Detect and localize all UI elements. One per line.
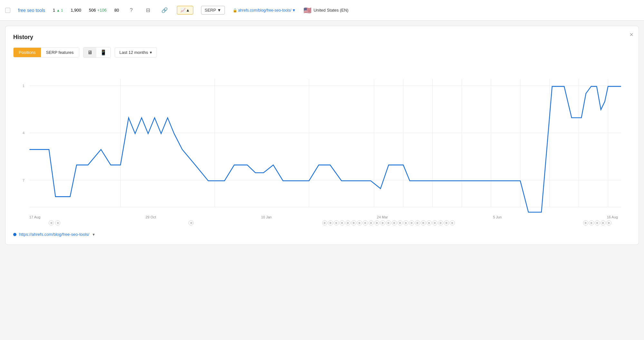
question-icon-btn[interactable]: ? xyxy=(127,6,136,15)
close-button[interactable]: × xyxy=(630,31,633,38)
event-icon-25[interactable]: ⚙ xyxy=(444,220,449,225)
kd-value: 80 xyxy=(114,8,119,13)
event-icon-5[interactable]: ⚙ xyxy=(328,220,333,225)
x-label-aug17: 17 Aug xyxy=(29,215,40,219)
event-icon-24[interactable]: ⚙ xyxy=(438,220,443,225)
rank-delta: ▲ 1 xyxy=(56,8,63,12)
kd-stat: 80 xyxy=(114,8,119,13)
event-icon-29[interactable]: ⚙ xyxy=(595,220,600,225)
chart-area: 1 4 7 xyxy=(13,65,631,214)
lock-icon: 🔒 xyxy=(233,8,237,13)
region-label: United States (EN) xyxy=(313,8,348,13)
tab-positions[interactable]: Positions xyxy=(14,48,41,57)
event-icon-26[interactable]: ⚙ xyxy=(450,220,455,225)
events-row: ⚙ ⚙ ⚙ ⚙ ⚙ ⚙ ⚙ ⚙ ⚙ ⚙ ⚙ ⚙ ⚙ ⚙ ⚙ ⚙ ⚙ ⚙ ⚙ ⚙ … xyxy=(13,219,631,227)
event-icon-9[interactable]: ⚙ xyxy=(351,220,356,225)
x-label-jun5: 5 Jun xyxy=(493,215,502,219)
serp-label: SERP ▼ xyxy=(205,8,221,13)
volume-stat: 1,900 xyxy=(71,8,81,13)
event-icon-4[interactable]: ⚙ xyxy=(322,220,327,225)
event-icon-17[interactable]: ⚙ xyxy=(398,220,403,225)
traffic-delta: +106 xyxy=(97,8,107,13)
top-bar: free seo tools 1 ▲ 1 1,900 506 +106 80 ?… xyxy=(0,0,644,21)
event-icon-13[interactable]: ⚙ xyxy=(374,220,380,225)
serp-button[interactable]: SERP ▼ xyxy=(201,6,225,15)
event-icon-8[interactable]: ⚙ xyxy=(345,220,351,225)
date-range-label: Last 12 months xyxy=(120,50,148,55)
flag-icon: 🇺🇸 xyxy=(303,6,312,14)
rank-stat: 1 ▲ 1 xyxy=(53,8,63,13)
view-tab-group: Positions SERP features xyxy=(13,47,79,57)
event-icon-7[interactable]: ⚙ xyxy=(340,220,345,225)
rank-line xyxy=(29,86,621,212)
event-icon-23[interactable]: ⚙ xyxy=(432,220,437,225)
event-icon-6[interactable]: ⚙ xyxy=(334,220,339,225)
chart-icon: 📈▲ xyxy=(180,8,190,13)
region-container: 🇺🇸 United States (EN) xyxy=(303,6,348,14)
x-label-mar24: 24 Mar xyxy=(377,215,388,219)
svg-text:4: 4 xyxy=(23,131,24,135)
event-icon-21[interactable]: ⚙ xyxy=(421,220,426,225)
filter-row: Positions SERP features 🖥 📱 Last 12 mont… xyxy=(13,47,631,58)
history-chart: 1 4 7 xyxy=(13,65,631,214)
rank-value: 1 xyxy=(53,8,55,13)
event-icon-28[interactable]: ⚙ xyxy=(589,220,594,225)
traffic-value: 506 xyxy=(89,8,96,13)
event-icon-20[interactable]: ⚙ xyxy=(415,220,420,225)
url-link[interactable]: ahrefs.com/blog/free-seo-tools/ xyxy=(238,8,291,13)
x-label-oct29: 29 Oct xyxy=(146,215,156,219)
event-icon-10[interactable]: ⚙ xyxy=(357,220,362,225)
event-icon-1[interactable]: ⚙ xyxy=(49,220,54,225)
volume-value: 1,900 xyxy=(71,8,81,13)
tab-mobile[interactable]: 📱 xyxy=(96,47,111,57)
event-icon-27[interactable]: ⚙ xyxy=(583,220,588,225)
svg-text:1: 1 xyxy=(23,84,24,88)
device-tab-group: 🖥 📱 xyxy=(83,47,111,58)
traffic-stat: 506 +106 xyxy=(89,8,107,13)
event-icon-18[interactable]: ⚙ xyxy=(403,220,409,225)
keyword-link[interactable]: free seo tools xyxy=(18,8,45,13)
event-icon-31[interactable]: ⚙ xyxy=(606,220,611,225)
link-icon-btn[interactable]: 🔗 xyxy=(160,6,169,15)
url-container: 🔒 ahrefs.com/blog/free-seo-tools/ ▼ xyxy=(233,8,296,13)
clipboard-icon-btn[interactable]: ⊟ xyxy=(143,6,152,15)
event-icon-15[interactable]: ⚙ xyxy=(386,220,391,225)
tab-serp-features[interactable]: SERP features xyxy=(41,48,79,57)
x-axis-labels: 17 Aug 29 Oct 10 Jan 24 Mar 5 Jun 16 Aug xyxy=(13,214,631,219)
row-checkbox[interactable] xyxy=(5,8,10,13)
event-icon-11[interactable]: ⚙ xyxy=(363,220,368,225)
event-icon-30[interactable]: ⚙ xyxy=(601,220,606,225)
url-arrow: ▼ xyxy=(292,8,296,13)
date-range-button[interactable]: Last 12 months ▾ xyxy=(115,47,157,57)
event-icon-14[interactable]: ⚙ xyxy=(380,220,385,225)
legend-row: https://ahrefs.com/blog/free-seo-tools/ … xyxy=(13,232,631,237)
event-icon-22[interactable]: ⚙ xyxy=(427,220,432,225)
event-icon-19[interactable]: ⚙ xyxy=(409,220,414,225)
legend-arrow[interactable]: ▼ xyxy=(92,233,95,236)
event-icon-12[interactable]: ⚙ xyxy=(369,220,374,225)
legend-url[interactable]: https://ahrefs.com/blog/free-seo-tools/ xyxy=(19,232,89,237)
svg-text:7: 7 xyxy=(23,178,24,182)
panel-title: History xyxy=(13,34,631,41)
event-icon-2[interactable]: ⚙ xyxy=(55,220,60,225)
legend-dot xyxy=(13,233,16,236)
tab-desktop[interactable]: 🖥 xyxy=(83,47,96,57)
history-panel: × History Positions SERP features 🖥 📱 La… xyxy=(5,26,639,245)
event-icon-16[interactable]: ⚙ xyxy=(392,220,397,225)
chart-button[interactable]: 📈▲ xyxy=(177,6,193,15)
x-label-jan10: 10 Jan xyxy=(261,215,272,219)
date-arrow: ▾ xyxy=(150,50,152,55)
event-icon-3[interactable]: ⚙ xyxy=(188,220,194,225)
x-label-aug16: 16 Aug xyxy=(607,215,618,219)
